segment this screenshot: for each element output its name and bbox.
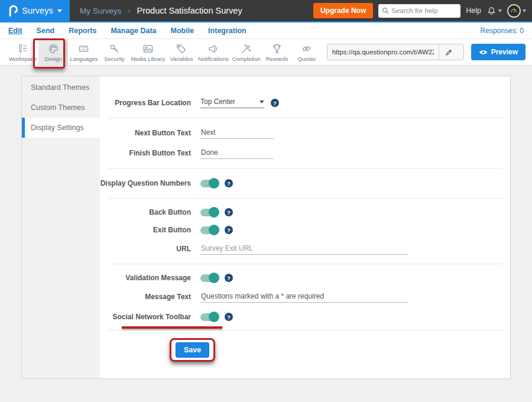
tab-integration[interactable]: Integration [208,27,246,35]
toolbar-item-security[interactable]: Security [99,39,129,65]
finish-button-text-label: Finish Button Text [100,149,191,157]
toolbar-item-media-library[interactable]: Media Library [129,39,167,65]
product-switcher[interactable]: Surveys [0,0,70,21]
progress-bar-location-label: Progress Bar Location [100,99,191,107]
next-button-text-label: Next Button Text [100,129,191,137]
help-icon[interactable]: ? [225,208,233,216]
display-question-numbers-toggle[interactable] [200,180,218,187]
annotation-underline-social [122,326,222,329]
sidebar-item-display-settings[interactable]: Display Settings [22,118,100,138]
preview-button[interactable]: Preview [471,44,525,60]
toolbar-item-design[interactable]: Design [38,39,68,65]
divider [108,168,502,168]
toolbar-item-variables[interactable]: Variables [167,39,196,65]
breadcrumb-separator: › [128,7,131,15]
display-question-numbers-row: Display Question Numbers ? [100,173,510,193]
divider [108,198,502,199]
toolbar-item-quotas[interactable]: Quotas [292,39,322,65]
chain-icon [300,43,313,55]
finish-button-text-row: Finish Button Text [100,143,510,163]
annotation-box-save: Save [170,338,215,362]
help-icon[interactable]: ? [225,313,233,321]
top-bar: Surveys My Surveys › Product Satisfactio… [0,0,532,22]
finish-button-text-input[interactable] [200,147,274,159]
account-menu[interactable] [507,4,526,18]
divider [108,330,502,330]
back-button-label: Back Button [100,208,191,216]
message-text-label: Message Text [100,293,191,301]
eye-icon [479,49,488,56]
questionpro-logo-icon [8,4,18,17]
palette-icon [47,43,60,55]
help-icon[interactable]: ? [271,99,279,107]
save-row: Save [100,338,510,362]
next-button-text-row: Next Button Text [100,123,510,143]
design-settings-card: Standard Themes Custom Themes Display Se… [21,76,511,379]
next-button-text-input[interactable] [200,127,274,139]
message-text-row: Message Text [100,287,510,307]
message-text-input[interactable] [200,291,408,303]
tab-manage-data[interactable]: Manage Data [111,27,156,35]
help-icon[interactable]: ? [225,179,233,187]
chevron-down-icon [498,9,502,12]
exit-url-input[interactable] [200,243,408,255]
sidebar-item-custom-themes[interactable]: Custom Themes [22,98,100,118]
avatar [507,4,521,18]
survey-url-area: Preview [327,39,532,65]
toolbar-item-rewards[interactable]: Rewards [262,39,292,65]
pencil-icon [445,48,453,56]
edit-toolbar: Workspace Design Languages Security [0,39,532,66]
breadcrumb: My Surveys › Product Satisfaction Survey [80,6,242,15]
toolbar-item-completion[interactable]: Completion [231,39,262,65]
exit-button-toggle[interactable] [200,226,218,234]
back-button-toggle[interactable] [200,209,218,216]
chevron-down-icon [57,9,62,12]
search-input[interactable] [391,7,453,14]
notifications-menu[interactable] [486,6,502,16]
progress-bar-location-select[interactable]: Top Center [200,98,264,108]
questionpro-app: Surveys My Surveys › Product Satisfactio… [0,0,532,379]
toolbar-item-workspace[interactable]: Workspace [7,39,38,65]
toolbar-item-notifications[interactable]: Notifications [196,39,231,65]
toolbar-item-languages[interactable]: Languages [68,39,99,65]
tab-mobile[interactable]: Mobile [171,27,194,35]
design-sidebar: Standard Themes Custom Themes Display Se… [22,76,100,378]
help-search [378,4,460,18]
social-network-toolbar-row: Social Network Toolbar ? [100,307,510,327]
survey-nav: Edit Send Reports Manage Data Mobile Int… [0,22,532,39]
tab-send[interactable]: Send [37,27,55,35]
tag-icon [175,43,187,55]
help-link[interactable]: Help [466,7,481,15]
topbar-actions: Upgrade Now Help [313,3,532,18]
trophy-icon [271,43,283,55]
tab-reports[interactable]: Reports [69,27,96,35]
social-network-toolbar-toggle[interactable] [200,313,218,321]
responses-count[interactable]: Responses: 0 [481,27,524,35]
divider [108,264,502,264]
image-icon [142,43,154,55]
survey-url-input[interactable] [327,48,439,56]
upgrade-now-button[interactable]: Upgrade Now [313,3,373,18]
product-name: Surveys [22,6,53,15]
exit-url-label: URL [100,245,191,253]
survey-url-box [327,44,464,60]
exit-button-row: Exit Button ? [100,221,510,239]
back-button-row: Back Button ? [100,203,510,221]
exit-button-label: Exit Button [100,226,191,234]
sidebar-item-standard-themes[interactable]: Standard Themes [22,77,100,98]
chevron-down-icon [523,9,526,12]
validation-message-toggle[interactable] [200,274,218,282]
key-icon [108,43,121,55]
search-icon [382,7,389,14]
display-settings-panel: Progress Bar Location Top Center ? Next … [100,76,510,378]
gauge-icon [510,7,518,15]
help-icon[interactable]: ? [225,274,233,282]
save-button[interactable]: Save [176,342,209,358]
workspace-icon [17,43,29,55]
breadcrumb-my-surveys[interactable]: My Surveys [80,7,122,15]
edit-url-button[interactable] [439,44,459,60]
megaphone-icon [207,43,219,55]
bell-icon [486,6,497,16]
tab-edit[interactable]: Edit [8,27,22,35]
help-icon[interactable]: ? [225,226,233,234]
